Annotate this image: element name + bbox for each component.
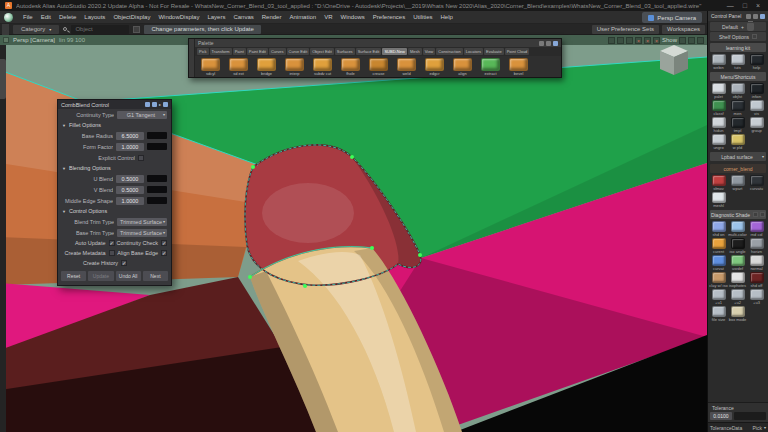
menu-item[interactable]: Preferences [369, 14, 409, 20]
menu-item[interactable]: Canvas [229, 14, 257, 20]
left-dock-tab[interactable] [0, 59, 6, 99]
subd-tool-button[interactable]: align [450, 58, 475, 76]
palette-tab[interactable]: Point Cloud [505, 48, 530, 55]
edit-point[interactable] [303, 284, 307, 288]
section-collapse-icon[interactable]: ▼ [62, 209, 66, 214]
layout-icon[interactable] [688, 37, 695, 44]
edit-point[interactable] [350, 155, 354, 159]
subd-tool-button[interactable]: edgcr [422, 58, 447, 76]
palette-tab[interactable]: View [423, 48, 436, 55]
form-factor-slider[interactable] [147, 143, 167, 150]
menu-item[interactable]: ObjectDisplay [109, 14, 154, 20]
shelf-tool[interactable]: webin [709, 54, 728, 70]
shade-mode-button[interactable]: normal [747, 255, 766, 271]
section-collapse-icon[interactable]: ▼ [62, 166, 66, 171]
subd-tool-button[interactable]: crease [366, 58, 391, 76]
bottom-tab[interactable]: ToleranceData [710, 425, 742, 431]
shelf-tool[interactable]: w pld [728, 134, 747, 150]
v-blend-slider[interactable] [147, 186, 167, 193]
menu-item[interactable]: Edit [37, 14, 55, 20]
shade-mode-button[interactable]: iso angle [728, 238, 747, 254]
edit-point[interactable] [370, 246, 374, 250]
search-icon[interactable] [63, 27, 67, 31]
section-menu-shortcuts[interactable]: Menu/Shortcuts [710, 72, 766, 81]
shelf-tool[interactable]: group [747, 117, 766, 133]
shelf-tool[interactable]: wpart [728, 175, 747, 191]
create-history-checkbox[interactable]: ✓ [121, 260, 127, 266]
shade-quality-button[interactable]: +u2 [728, 289, 747, 305]
palette-tab[interactable]: Object Edit [310, 48, 334, 55]
align-base-edge-checkbox[interactable]: ✓ [161, 250, 167, 256]
shelf-tool[interactable]: men [728, 100, 747, 116]
base-radius-slider[interactable] [147, 132, 167, 139]
palette-tab[interactable]: Transform [210, 48, 232, 55]
shade-quality-button[interactable]: box mode [728, 306, 747, 322]
shelf-tool[interactable]: tmpl [728, 117, 747, 133]
workspaces-button[interactable]: Workspaces [662, 25, 705, 34]
object-search-input[interactable]: Object [71, 25, 129, 34]
viewport-menu-icon[interactable] [3, 37, 9, 43]
section-custom-shelf[interactable]: corner_blend [710, 164, 766, 173]
palette-tab[interactable]: Construction [436, 48, 462, 55]
category-dropdown[interactable]: Category ▾ [13, 25, 59, 34]
diag-shade-checkbox[interactable] [753, 212, 758, 217]
shade-mode-button[interactable]: isophotes [728, 272, 747, 288]
reset-button[interactable]: Reset [61, 271, 86, 281]
viewport-toggle-icon[interactable] [626, 37, 633, 44]
continuity-check-checkbox[interactable]: ✓ [161, 240, 167, 246]
promptline-icon[interactable] [133, 26, 140, 33]
edit-point[interactable] [251, 165, 255, 169]
pick-menu[interactable]: Pick [753, 425, 762, 431]
shade-quality-button[interactable]: file size [709, 306, 728, 322]
subd-tool-button[interactable]: sdcyl [198, 58, 223, 76]
shelf-tool[interactable]: meshl [709, 192, 728, 208]
dock-tab[interactable] [2, 24, 9, 35]
middle-edge-shape-slider[interactable] [147, 197, 167, 204]
edit-point[interactable] [248, 275, 252, 279]
show-menu[interactable]: Show [662, 37, 677, 43]
shade-quality-button[interactable]: +u3 [747, 289, 766, 305]
tolerance-slider[interactable] [734, 412, 766, 420]
minimize-button[interactable]: — [727, 2, 734, 9]
shelf-surface-dropdown[interactable]: Lpbad surface ▾ [710, 152, 766, 161]
u-blend-input[interactable]: 0.5000 [116, 175, 144, 183]
subd-tool-button[interactable]: bridge [254, 58, 279, 76]
menu-item[interactable]: Animation [285, 14, 320, 20]
palette-tab[interactable]: Pick [197, 48, 209, 55]
palette-tab[interactable]: Curves [269, 48, 286, 55]
shelf-tool[interactable]: infwn [747, 83, 766, 99]
shelf-tool[interactable]: curvatu [747, 175, 766, 191]
dock-icon[interactable] [539, 41, 544, 46]
shelf-tool[interactable]: help [747, 54, 766, 70]
shelf-tool[interactable]: hidun [709, 117, 728, 133]
base-radius-input[interactable]: 6.5000 [116, 132, 144, 140]
gear-icon[interactable] [760, 212, 765, 217]
menu-item[interactable]: Render [258, 14, 286, 20]
explicit-control-checkbox[interactable] [138, 155, 144, 161]
close-icon[interactable] [553, 41, 558, 46]
section-learning-kit[interactable]: learning kit [710, 43, 766, 52]
shelf-tool[interactable]: tuts [728, 54, 747, 70]
menu-item[interactable]: Layers [203, 14, 229, 20]
shelf-tool[interactable]: palet [709, 83, 728, 99]
collapse-icon[interactable] [546, 41, 551, 46]
palette-tab[interactable]: Locators [464, 48, 483, 55]
layout-icon[interactable] [679, 37, 686, 44]
shade-quality-button[interactable]: +u1 [709, 289, 728, 305]
subd-tool-button[interactable]: bevel [506, 58, 531, 76]
form-factor-input[interactable]: 1.0000 [116, 143, 144, 151]
collapse-icon[interactable] [753, 14, 758, 19]
shelf-tool[interactable]: classf [709, 100, 728, 116]
section-diagnostic-shade[interactable]: Diagnostic Shade [710, 210, 766, 219]
palette-tab[interactable]: Curve Edit [287, 48, 310, 55]
middle-edge-shape-input[interactable]: 1.0000 [116, 197, 144, 205]
subd-tool-button[interactable]: interp [282, 58, 307, 76]
menu-item[interactable]: Delete [55, 14, 80, 20]
next-button[interactable]: Next [143, 271, 168, 281]
shelf-tool[interactable]: vis [747, 100, 766, 116]
delete-marker-icon[interactable]: × [635, 37, 642, 44]
collapse-icon[interactable] [152, 102, 157, 107]
shade-mode-button[interactable]: usrdef [728, 255, 747, 271]
palette-tab[interactable]: Paint [233, 48, 246, 55]
shade-mode-button[interactable]: clay w/ iso [709, 272, 728, 288]
